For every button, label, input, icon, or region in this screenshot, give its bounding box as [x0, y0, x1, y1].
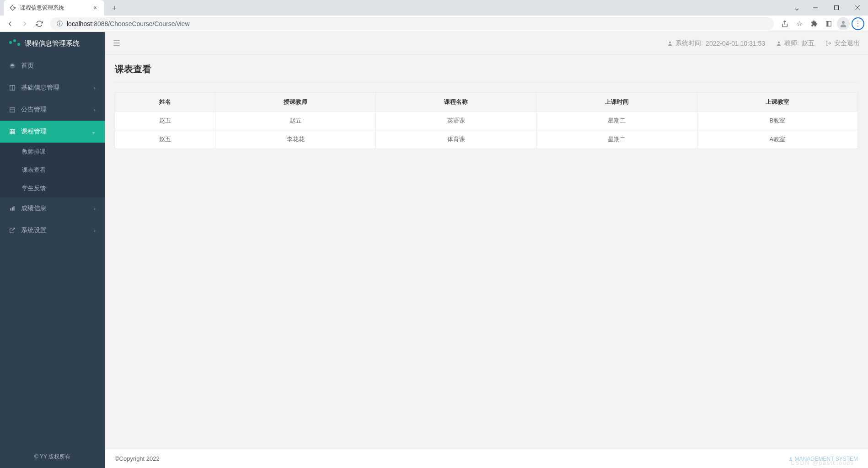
svg-rect-1 [835, 6, 839, 10]
svg-rect-19 [13, 206, 14, 210]
external-link-icon [9, 227, 16, 234]
sidebar-sub-teacher-schedule[interactable]: 教师排课 [0, 143, 105, 161]
svg-rect-5 [827, 21, 828, 26]
sidebar-item-home[interactable]: 首页 [0, 55, 105, 77]
td-course: 体育课 [376, 130, 536, 149]
site-info-icon[interactable]: ⓘ [56, 20, 63, 27]
svg-rect-4 [826, 21, 831, 26]
svg-rect-10 [10, 108, 15, 112]
topbar-right: 系统时间:2022-04-01 10:31:53 教师:赵五 安全退出 [667, 39, 860, 48]
back-button[interactable] [4, 17, 16, 30]
footer-right-label: MANAGEMENT SYSTEM [795, 456, 858, 462]
reload-button[interactable] [33, 17, 46, 30]
svg-rect-17 [10, 208, 11, 211]
chevron-right-icon: › [94, 228, 96, 233]
logout-label: 安全退出 [834, 39, 860, 48]
new-tab-button[interactable]: + [108, 2, 121, 15]
sidebar-sub-label: 教师排课 [22, 148, 46, 156]
svg-point-20 [669, 42, 671, 43]
minimize-button[interactable] [805, 1, 826, 15]
share-icon[interactable] [778, 17, 791, 30]
td-room: A教室 [697, 130, 857, 149]
address-bar-actions: ☆ ⋮ [778, 17, 864, 30]
close-window-button[interactable] [847, 1, 868, 15]
tab-close-icon[interactable]: × [91, 4, 99, 11]
footer-right: MANAGEMENT SYSTEM [788, 456, 858, 462]
brand-logo-icon [9, 41, 20, 46]
sidebar-item-label: 基础信息管理 [21, 84, 59, 92]
forward-button[interactable] [18, 17, 31, 30]
extensions-icon[interactable] [808, 17, 820, 30]
td-name: 赵五 [115, 130, 215, 149]
url-path: /ChooseCourse/Course/view [108, 20, 189, 27]
sidebar-item-announcement[interactable]: 公告管理 › [0, 99, 105, 121]
sidebar-sub-student-feedback[interactable]: 学生反馈 [0, 179, 105, 197]
brand[interactable]: 课程信息管理系统 [0, 32, 105, 55]
url-text: localhost:8088/ChooseCourse/Course/view [67, 20, 190, 27]
sidebar-item-grades[interactable]: 成绩信息 › [0, 197, 105, 219]
td-course: 英语课 [376, 112, 536, 130]
browser-menu-icon[interactable]: ⋮ [852, 17, 864, 30]
sidebar-item-label: 课程管理 [21, 128, 47, 136]
chevron-right-icon: › [94, 85, 96, 90]
th-teacher: 授课教师 [215, 93, 375, 112]
td-name: 赵五 [115, 112, 215, 130]
browser-tab[interactable]: 课程信息管理系统 × [4, 0, 104, 16]
sidebar-item-label: 公告管理 [21, 106, 47, 114]
content: 课表查看 姓名 授课教师 课程名称 上课时间 上课教室 赵五 赵五 英语 [105, 55, 868, 449]
sidebar-sub-label: 课表查看 [22, 166, 46, 174]
sidebar-item-settings[interactable]: 系统设置 › [0, 219, 105, 241]
maximize-button[interactable] [826, 1, 847, 15]
url-host: localhost [67, 20, 92, 27]
svg-rect-18 [12, 207, 13, 211]
url-bar[interactable]: ⓘ localhost:8088/ChooseCourse/Course/vie… [50, 17, 774, 30]
td-time: 星期二 [536, 112, 697, 130]
svg-rect-12 [10, 129, 15, 133]
address-bar-row: ⓘ localhost:8088/ChooseCourse/Course/vie… [0, 16, 868, 32]
bar-chart-icon [9, 205, 16, 212]
sidebar-sub-label: 学生反馈 [22, 184, 46, 192]
timetable: 姓名 授课教师 课程名称 上课时间 上课教室 赵五 赵五 英语课 星期二 B教室 [115, 92, 858, 149]
sidebar-sub-timetable-view[interactable]: 课表查看 [0, 161, 105, 179]
browser-chrome: 课程信息管理系统 × + ⌄ ⓘ localhost:8088/ChooseCo… [0, 0, 868, 32]
system-time-label: 系统时间: [675, 39, 703, 48]
page-title: 课表查看 [115, 63, 858, 82]
td-teacher: 李花花 [215, 130, 375, 149]
current-user[interactable]: 教师:赵五 [776, 39, 814, 48]
reading-list-icon[interactable] [822, 17, 835, 30]
table-header-row: 姓名 授课教师 课程名称 上课时间 上课教室 [115, 93, 858, 112]
profile-avatar[interactable] [837, 17, 850, 30]
chevron-down-icon: ⌄ [91, 129, 96, 135]
chevron-right-icon: › [94, 107, 96, 112]
svg-point-21 [778, 42, 780, 43]
footer-copyright: ©Copyright 2022 [115, 455, 160, 462]
sidebar-item-label: 首页 [21, 62, 34, 70]
sidebar-item-label: 系统设置 [21, 226, 47, 234]
user-icon [788, 457, 793, 461]
hamburger-icon[interactable]: ☰ [113, 38, 120, 48]
url-port: :8088 [92, 20, 108, 27]
chevron-right-icon: › [94, 206, 96, 211]
chevron-down-icon[interactable]: ⌄ [793, 3, 800, 13]
sidebar-item-course[interactable]: 课程管理 ⌄ [0, 121, 105, 143]
tab-favicon [9, 4, 16, 11]
bookmark-icon[interactable]: ☆ [793, 17, 806, 30]
table-icon [9, 128, 16, 135]
sidebar: 课程信息管理系统 首页 基础信息管理 › 公告管理 › 课程管理 ⌄ 教师排课 … [0, 32, 105, 468]
svg-point-22 [790, 457, 791, 458]
th-name: 姓名 [115, 93, 215, 112]
main: ☰ 系统时间:2022-04-01 10:31:53 教师:赵五 安全退出 课表… [105, 32, 868, 468]
topbar: ☰ 系统时间:2022-04-01 10:31:53 教师:赵五 安全退出 [105, 32, 868, 55]
logout-button[interactable]: 安全退出 [825, 39, 860, 48]
system-time: 系统时间:2022-04-01 10:31:53 [667, 39, 765, 48]
main-footer: ©Copyright 2022 MANAGEMENT SYSTEM CSDN @… [105, 449, 868, 468]
sidebar-item-base-info[interactable]: 基础信息管理 › [0, 77, 105, 99]
svg-point-6 [842, 21, 845, 24]
td-teacher: 赵五 [215, 112, 375, 130]
brand-title: 课程信息管理系统 [25, 39, 80, 48]
td-room: B教室 [697, 112, 857, 130]
columns-icon [9, 85, 16, 91]
calendar-icon [9, 106, 16, 113]
sidebar-footer: © YY 版权所有 [0, 446, 105, 468]
window-controls: ⌄ [793, 0, 868, 16]
